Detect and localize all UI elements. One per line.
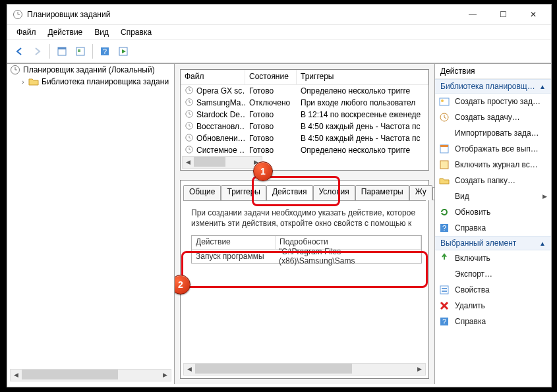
tab-triggers[interactable]: Триггеры [221,185,266,200]
task-trigger: Определено несколько тригге [297,146,428,155]
menu-file[interactable]: Файл [11,26,42,39]
tree-expand-icon[interactable]: › [19,78,27,86]
scroll-thumb[interactable] [194,157,225,167]
scroll-right-icon[interactable]: ▶ [160,370,171,379]
actions-pane: Действия Библиотека планировщ…▲ Создать … [434,64,551,384]
chevron-up-icon: ▲ [539,240,546,247]
scroll-left-icon[interactable]: ◀ [184,364,195,374]
window-title: Планировщик заданий [27,10,110,19]
tab-general[interactable]: Общие [183,185,221,200]
action-import[interactable]: Импортировать зада… [435,125,551,141]
tree-root[interactable]: Планировщик заданий (Локальный) [7,64,174,76]
tab-conditions[interactable]: Условия [313,185,355,200]
toolbar-btn-2[interactable] [72,43,89,60]
clock-icon [185,86,194,97]
tree-h-scrollbar[interactable]: ◀ ▶ [10,369,171,381]
menu-action[interactable]: Действие [43,26,88,39]
task-row[interactable]: Восстановл…ГотовоВ 4:50 каждый день - Ча… [181,121,428,132]
scroll-left-icon[interactable]: ◀ [183,157,194,167]
action-create-basic[interactable]: Создать простую зад… [435,94,551,109]
scroll-right-icon[interactable]: ▶ [414,364,425,374]
actions-grid: Действие Подробности Запуск программы "C… [191,235,422,264]
task-trigger: Определено несколько тригге [297,86,428,96]
task-row[interactable]: Обновлени…ГотовоВ 4:50 каждый день - Час… [181,132,428,144]
clock-icon [185,109,194,121]
clock-icon [185,98,194,109]
action-new-folder[interactable]: Создать папку… [435,173,551,188]
action-enable[interactable]: Включить [435,250,551,266]
col-state[interactable]: Состояние [245,70,297,84]
task-state: Готово [245,122,297,131]
menu-help[interactable]: Справка [115,26,157,39]
menu-view[interactable]: Вид [89,26,114,39]
task-trigger: В 4:50 каждый день - Частота пс [297,134,428,143]
actions-row[interactable]: Запуск программы "C:\Program Files (x86)… [192,250,421,263]
svg-rect-4 [58,47,66,49]
svg-text:?: ? [442,318,446,325]
svg-text:?: ? [442,224,446,232]
close-button[interactable]: ✕ [518,5,548,24]
task-scheduler-window: { "window": { "title": "Планировщик зада… [7,4,552,387]
task-row[interactable]: Stardock De…ГотовоВ 12:14 по воскресенье… [181,109,428,121]
task-row[interactable]: Opera GX sc…ГотовоОпределено несколько т… [181,85,428,97]
minimize-button[interactable]: — [457,5,488,24]
app-icon [13,9,23,20]
action-help-2[interactable]: ?Справка [435,314,551,329]
help-button[interactable]: ? [96,43,113,60]
scroll-thumb[interactable] [22,370,118,379]
tree-library-label: Библиотека планировщика задани [42,77,169,86]
tasks-h-scrollbar[interactable]: ◀ ▶ [182,156,262,169]
actions-col-action[interactable]: Действие [192,236,276,249]
action-delete[interactable]: Удалить [435,298,551,314]
actions-section-selected[interactable]: Выбранный элемент▲ [435,236,551,250]
toolbar-btn-4[interactable] [115,43,132,60]
action-help[interactable]: ?Справка [435,220,551,236]
help-icon: ? [439,223,450,233]
tree-pane: Планировщик заданий (Локальный) › Библио… [7,64,175,384]
clock-icon [185,133,194,144]
chevron-right-icon: ▶ [542,193,547,200]
actions-section-library[interactable]: Библиотека планировщ…▲ [435,79,551,94]
chevron-up-icon: ▲ [539,83,546,90]
col-triggers[interactable]: Триггеры [297,70,428,84]
action-view[interactable]: Вид▶ [435,188,551,204]
action-show-all[interactable]: Отображать все вып… [435,141,551,157]
action-export[interactable]: Экспорт… [435,266,551,282]
tabs-scroll-left[interactable]: ◀ [432,187,434,200]
task-trigger: В 4:50 каждый день - Частота пс [297,122,428,131]
action-properties[interactable]: Свойства [435,282,551,298]
enable-log-icon [439,159,450,170]
task-file: Обновлени… [181,133,245,144]
view-icon [439,191,450,202]
task-row[interactable]: SamsungMa…ОтключеноПри входе любого поль… [181,97,428,109]
actions-pane-title: Действия [435,64,551,79]
action-enable-log[interactable]: Включить журнал вс… [435,157,551,173]
detail-description: При создании задачи необходимо указать д… [191,208,422,229]
detail-h-scrollbar[interactable]: ◀ ▶ [183,363,426,376]
toolbar-btn-1[interactable] [53,43,71,60]
tab-params[interactable]: Параметры [355,185,409,200]
action-create-task[interactable]: Создать задачу… [435,109,551,125]
clock-icon [185,121,194,132]
detail-tabs: Общие Триггеры Действия Условия Параметр… [181,181,428,200]
maximize-button[interactable]: ☐ [488,5,518,24]
svg-rect-38 [440,145,448,147]
task-state: Готово [245,146,297,155]
scroll-thumb[interactable] [195,364,352,374]
forward-button[interactable] [29,43,46,60]
step-badge-1: 1 [253,161,273,181]
tree-library[interactable]: › Библиотека планировщика задани [7,76,174,88]
actions-row-details: "C:\Program Files (x86)\Samsung\Sams [275,247,421,266]
task-state: Готово [245,110,297,119]
tab-actions[interactable]: Действия [266,185,313,200]
refresh-icon [439,207,450,217]
back-button[interactable] [11,43,28,60]
create-basic-icon [439,96,450,107]
tab-journal[interactable]: Жу [409,185,432,200]
task-row[interactable]: Системное …ГотовоОпределено несколько тр… [181,144,428,156]
task-file: Opera GX sc… [181,86,245,97]
col-file[interactable]: Файл [181,70,245,84]
scroll-left-icon[interactable]: ◀ [11,370,22,379]
action-refresh[interactable]: Обновить [435,204,551,220]
toolbar: ? [7,40,551,63]
